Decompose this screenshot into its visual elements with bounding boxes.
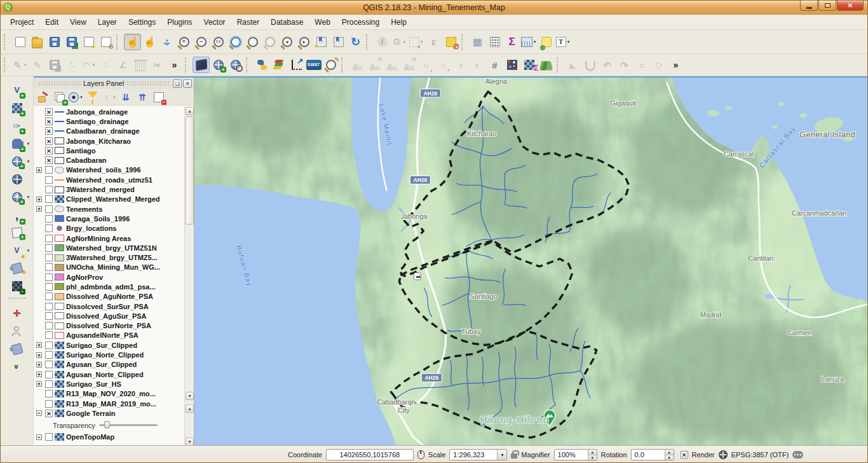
open-layer-styling-button[interactable]: [35, 90, 51, 104]
new-bookmark-button[interactable]: [313, 34, 330, 50]
expand-all-button[interactable]: ⇊: [118, 90, 134, 104]
layer-checkbox[interactable]: [45, 293, 53, 300]
reshape-features-button[interactable]: ◇: [650, 57, 667, 73]
layer-item-cabadbaran-drainage[interactable]: ✕Cabadbaran_drainage: [34, 127, 184, 136]
maximize-button[interactable]: [818, 1, 836, 11]
decrease-brightness-button[interactable]: [435, 57, 452, 73]
scale-dropdown-icon[interactable]: ▼: [497, 450, 506, 460]
rotation-spin-buttons[interactable]: ▲▼: [665, 450, 674, 460]
mouse-extent-icon[interactable]: [417, 450, 424, 459]
add-wfs-layer-button[interactable]: +▾: [3, 188, 32, 205]
cut-features-button[interactable]: ✂: [149, 57, 166, 73]
add-db-layer-button[interactable]: +: [3, 277, 32, 294]
current-edits-button[interactable]: ✎▾: [11, 57, 29, 73]
web-globe-add-button[interactable]: +: [210, 57, 227, 73]
scroll-up-icon[interactable]: ▲: [186, 404, 194, 413]
open-project-button[interactable]: [29, 34, 46, 50]
redo-button[interactable]: ↷: [616, 57, 633, 73]
layer-tree-scrollbar[interactable]: ▲ ▼ ▲ ▼: [184, 107, 194, 445]
layer-item-agusandelnorte-psa[interactable]: AgusandelNorte_PSA: [34, 331, 184, 340]
decrease-contrast-button[interactable]: ◐: [469, 57, 486, 73]
full-histogram-stretch-button[interactable]: [366, 57, 383, 73]
spin-up-icon[interactable]: ▲: [665, 450, 674, 455]
expand-icon[interactable]: +: [36, 167, 42, 173]
layer-item-tenements[interactable]: +Tenements: [34, 204, 184, 214]
filter-by-expression-button[interactable]: ε▾: [101, 90, 118, 104]
statistical-summary-button[interactable]: [486, 34, 503, 50]
search-plugin-button[interactable]: [322, 57, 339, 73]
layer-item-dissolved-surnorte-psa[interactable]: Dissolved_SurNorte_PSA: [34, 321, 184, 331]
layer-checkbox[interactable]: ✕: [45, 147, 53, 155]
layer-item-santiago[interactable]: ✕Santiago: [34, 146, 184, 155]
layer-checkbox[interactable]: ✕: [45, 108, 53, 116]
layer-checkbox[interactable]: [45, 390, 53, 397]
title-bar[interactable]: Q QGIS 2.18.23 - Mining_Tenements_Map ✕: [1, 1, 867, 15]
manage-layer-visibility-button[interactable]: ▾: [68, 90, 85, 104]
expand-icon[interactable]: +: [36, 352, 42, 358]
layer-checkbox[interactable]: [45, 371, 53, 378]
menu-project[interactable]: Project: [4, 16, 39, 29]
scale-combo[interactable]: 1:296,323 ▼: [449, 449, 507, 460]
layer-item-clipped-watershed-merged[interactable]: +Clipped_Watershed_Merged: [34, 195, 184, 204]
scroll-thumb[interactable]: [186, 116, 194, 225]
scroll-down-icon[interactable]: ▼: [186, 438, 194, 445]
layer-checkbox[interactable]: [45, 331, 53, 339]
zoom-native-button[interactable]: 1:1: [210, 34, 227, 50]
add-wms-layer-button[interactable]: +▾: [3, 153, 32, 170]
layer-item-watershed-brgy-utmz51n[interactable]: Watershed_brgy_UTMZ51N: [34, 243, 184, 252]
slider-thumb[interactable]: [104, 421, 110, 429]
new-shapefile-layer-button[interactable]: +: [3, 224, 32, 241]
new-print-composer-button[interactable]: [80, 34, 97, 50]
scale-lock-icon[interactable]: [511, 453, 517, 459]
layer-item-santiago-drainage[interactable]: ✕Santiago_drainage: [34, 116, 184, 126]
close-button[interactable]: ✕: [837, 1, 864, 11]
point-sampling-button[interactable]: [503, 57, 520, 73]
full-cumulative-stretch-button[interactable]: [400, 57, 417, 73]
layer-checkbox[interactable]: [45, 166, 53, 174]
layer-item-surigao-sur-hs[interactable]: +Surigao_Sur_HS: [34, 379, 184, 389]
text-annotation-button[interactable]: T▾: [555, 34, 572, 50]
minimize-button[interactable]: [800, 1, 818, 11]
layer-checkbox[interactable]: ✕: [45, 410, 53, 417]
layer-checkbox[interactable]: [45, 380, 53, 388]
crs-status[interactable]: EPSG:3857 (OTF): [731, 451, 789, 459]
remove-layer-button[interactable]: [151, 90, 167, 104]
layer-checkbox[interactable]: [45, 263, 53, 271]
menu-database[interactable]: Database: [265, 16, 309, 29]
gps-information-button[interactable]: [3, 340, 32, 357]
layer-item-r13-map-mar-2019-mo[interactable]: R13_Map_MAR_2019_mo...: [34, 399, 184, 408]
toggle-editing-button[interactable]: ✎: [29, 57, 46, 73]
layer-item-surigao-norte-clipped[interactable]: +Surigao_Norte_Clipped: [34, 350, 184, 359]
menu-plugins[interactable]: Plugins: [161, 16, 198, 29]
web-globe-search-button[interactable]: [227, 57, 244, 73]
menu-view[interactable]: View: [64, 16, 92, 29]
layer-checkbox[interactable]: [45, 303, 53, 310]
add-postgis-layer-button[interactable]: +▾: [3, 135, 32, 152]
zoom-to-selection-button[interactable]: [261, 34, 278, 50]
layer-checkbox[interactable]: [45, 176, 53, 184]
increase-brightness-button[interactable]: [417, 57, 435, 73]
layer-checkbox[interactable]: [45, 361, 53, 368]
panel-close-button[interactable]: ✕: [183, 79, 192, 88]
collapse-all-button[interactable]: ⇈: [134, 90, 151, 104]
expand-icon[interactable]: +: [36, 362, 42, 368]
expand-icon[interactable]: +: [36, 197, 42, 202]
layer-checkbox[interactable]: [45, 342, 53, 349]
save-project-as-button[interactable]: [63, 34, 80, 50]
local-histogram-stretch-button[interactable]: [349, 57, 366, 73]
layer-checkbox[interactable]: [45, 195, 53, 203]
add-raster-layer-button[interactable]: +: [3, 99, 32, 116]
show-bookmarks-button[interactable]: [330, 34, 347, 50]
layer-checkbox[interactable]: ✕: [45, 118, 53, 125]
menu-processing[interactable]: Processing: [336, 16, 385, 29]
layer-item-jabonga-drainage[interactable]: ✕Jabonga_drainage: [34, 107, 184, 116]
scroll-down-icon[interactable]: ▼: [186, 392, 194, 400]
layer-checkbox[interactable]: [45, 400, 53, 408]
select-by-expression-button[interactable]: ε: [425, 34, 442, 50]
layer-checkbox[interactable]: [45, 205, 53, 213]
cad-setsquare-button[interactable]: ◣: [564, 57, 581, 73]
layer-checkbox[interactable]: [45, 215, 53, 223]
layer-item-jabonga-kitcharao[interactable]: ✕Jabonga_Kitcharao: [34, 136, 184, 146]
render-checkbox[interactable]: ✕: [681, 451, 688, 459]
layer-item-phl-admbnda-adm1-psa[interactable]: phl_admbnda_adm1_psa...: [34, 282, 184, 291]
